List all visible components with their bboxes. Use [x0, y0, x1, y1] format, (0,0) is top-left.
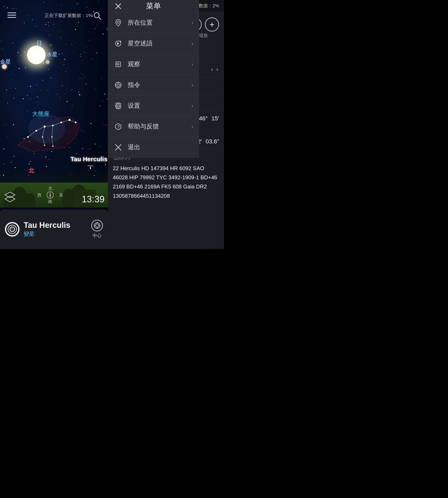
sun-label: 日 [36, 39, 42, 47]
svg-point-13 [51, 136, 52, 138]
menu-close-button[interactable] [114, 2, 123, 11]
mercury-label: 水星 [47, 51, 57, 58]
menu-items-list: 所在位置 › 星空述語 › 观察 › 指令 › 设置 › ? 帮助与反馈 › 退… [108, 13, 199, 158]
constellation-next[interactable]: › [215, 66, 219, 73]
svg-point-3 [28, 114, 65, 143]
menu-item-commands[interactable]: 指令 › [108, 75, 199, 96]
bottom-star-type: 變星 [24, 230, 87, 238]
venus-object [2, 64, 7, 69]
bottom-star-name: Tau Herculis [24, 221, 87, 230]
menu-overlay: 菜单 所在位置 › 星空述語 › 观察 › 指令 › 设置 › ? 帮助与反馈 … [108, 0, 199, 158]
compass-icon [47, 191, 54, 199]
north-direction-label: 北 [29, 167, 34, 174]
hamburger-line-1 [7, 13, 16, 13]
star-map-panel: 正在下载扩展数据：1% 日 水星 金星 [0, 0, 108, 249]
constellation-prev[interactable]: ‹ [210, 66, 214, 73]
menu-item-sky-guide[interactable]: 星空述語 › [108, 33, 199, 54]
menu-item-chevron-help: › [192, 123, 193, 130]
settings-icon [114, 101, 123, 110]
compass-west: 西 [37, 192, 42, 198]
download-status-left: 正在下载扩展数据：1% [45, 13, 92, 19]
hamburger-line-2 [7, 15, 16, 16]
time-display: 13:39 [82, 194, 105, 204]
menu-item-chevron-settings: › [192, 102, 193, 109]
dec-m: 15' [211, 115, 219, 122]
ursa-major-constellation [11, 87, 86, 153]
svg-line-1 [98, 17, 101, 19]
menu-item-chevron-location: › [192, 19, 193, 26]
menu-item-help[interactable]: ? 帮助与反馈 › [108, 116, 199, 137]
svg-point-28 [117, 21, 119, 23]
svg-point-41 [117, 105, 119, 107]
bottom-info-bar: Tau Herculis 變星 中心 [0, 210, 108, 249]
menu-header: 菜单 [108, 0, 199, 13]
sun-object [27, 46, 46, 64]
search-icon[interactable] [93, 11, 102, 22]
compass-east: 东 [59, 192, 63, 198]
hamburger-line-3 [7, 17, 16, 18]
svg-point-10 [75, 122, 77, 123]
layers-button[interactable] [3, 190, 16, 204]
svg-point-4 [27, 136, 29, 138]
alt-s: 03.6" [206, 138, 219, 145]
ursa-major-label: 大熊座 [32, 110, 49, 118]
menu-title: 菜单 [123, 1, 184, 11]
svg-text:?: ? [117, 124, 120, 129]
menu-item-settings[interactable]: 设置 › [108, 96, 199, 116]
location-icon [114, 18, 123, 27]
center-button[interactable]: 中心 [91, 220, 103, 239]
svg-point-7 [52, 125, 54, 126]
venus-label: 金星 [0, 58, 11, 65]
compass-widget: 北 西 东 南 [37, 186, 63, 204]
menu-item-chevron-sky-guide: › [192, 40, 193, 47]
quit-icon [114, 143, 123, 152]
svg-point-11 [42, 136, 43, 138]
center-icon [91, 220, 103, 231]
svg-point-6 [44, 126, 46, 128]
svg-point-5 [35, 130, 37, 132]
menu-item-location[interactable]: 所在位置 › [108, 13, 199, 33]
svg-point-36 [117, 84, 120, 86]
svg-point-8 [60, 122, 62, 123]
svg-point-9 [68, 119, 70, 121]
sky-guide-icon [114, 39, 123, 48]
also-known-values: 22 Herculis HD 147394 HR 6092 SAO 46028 … [113, 164, 219, 200]
menu-item-label-commands: 指令 [128, 81, 186, 89]
svg-point-30 [120, 41, 121, 42]
compass-south: 南 [48, 199, 52, 204]
center-label: 中心 [93, 232, 102, 239]
svg-point-21 [96, 224, 99, 227]
menu-item-quit[interactable]: 退出 [108, 137, 199, 158]
menu-item-label-settings: 设置 [128, 101, 186, 110]
svg-point-32 [117, 63, 119, 65]
mercury-object [46, 60, 49, 64]
svg-point-12 [44, 145, 45, 146]
compass-north-top: 北 [48, 186, 52, 191]
menu-item-label-observe: 观察 [128, 60, 186, 68]
svg-marker-19 [5, 196, 15, 202]
menu-item-observe[interactable]: 观察 › [108, 54, 199, 75]
tau-herculis-map-label: Tau Herculis [70, 156, 107, 163]
menu-item-label-help: 帮助与反馈 [128, 122, 186, 131]
observe-icon [114, 60, 123, 69]
hamburger-menu[interactable] [7, 13, 16, 18]
menu-item-chevron-commands: › [192, 82, 193, 88]
commands-icon [114, 81, 123, 90]
menu-item-label-location: 所在位置 [128, 18, 186, 27]
svg-marker-18 [5, 192, 15, 198]
menu-item-label-sky-guide: 星空述語 [128, 39, 186, 48]
zoom-in-button[interactable]: + [205, 17, 219, 32]
star-icon-ring [5, 222, 19, 236]
zoom-label: 缩放 [199, 32, 208, 39]
menu-item-label-quit: 退出 [128, 143, 193, 151]
svg-point-14 [52, 146, 53, 147]
menu-item-chevron-observe: › [192, 61, 193, 68]
help-icon: ? [114, 122, 123, 131]
